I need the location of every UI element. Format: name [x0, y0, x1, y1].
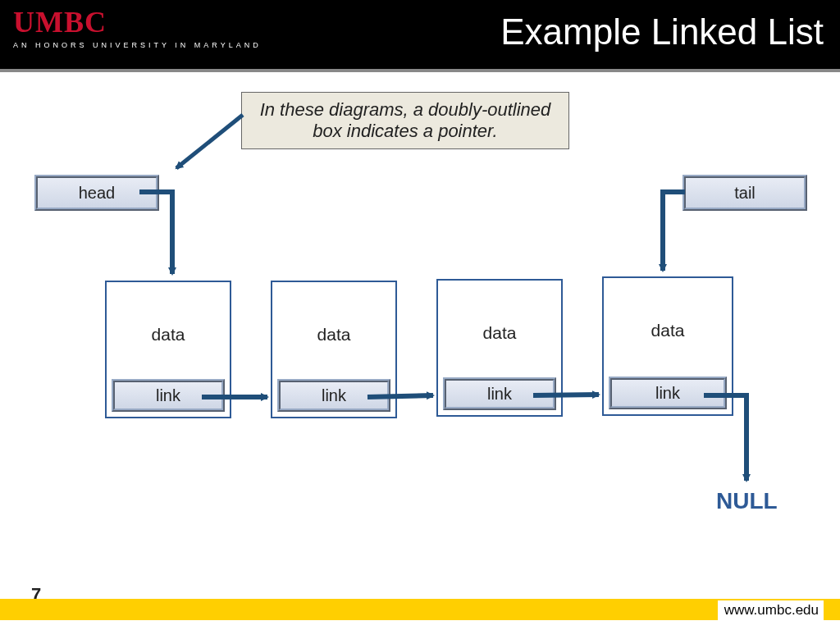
logo: UMBC AN HONORS UNIVERSITY IN MARYLAND	[13, 5, 262, 49]
node-1: data link	[271, 281, 397, 418]
slide-title: Example Linked List	[500, 11, 824, 52]
node-link-box: link	[112, 379, 225, 412]
slide-header: UMBC AN HONORS UNIVERSITY IN MARYLAND Ex…	[0, 0, 840, 69]
head-pointer-label: head	[79, 184, 116, 203]
header-divider	[0, 69, 840, 72]
node-link-box: link	[443, 377, 556, 410]
node-data-label: data	[272, 325, 395, 345]
node-data-label: data	[438, 323, 561, 343]
node-data-label: data	[604, 321, 732, 340]
node-link-label: link	[322, 386, 346, 405]
node-3: data link	[602, 276, 733, 416]
node-data-label: data	[107, 325, 230, 345]
callout-note: In these diagrams, a doubly-outlined box…	[241, 92, 569, 149]
footer-bar	[0, 599, 840, 620]
footer-url: www.umbc.edu	[718, 600, 824, 620]
logo-subtitle: AN HONORS UNIVERSITY IN MARYLAND	[13, 41, 262, 49]
node-link-box: link	[277, 379, 390, 412]
logo-text: UMBC	[13, 5, 262, 39]
node-2: data link	[436, 279, 563, 417]
tail-pointer-box: tail	[682, 175, 807, 211]
node-link-label: link	[156, 386, 180, 405]
svg-line-0	[176, 115, 243, 168]
null-label: NULL	[716, 488, 778, 514]
tail-pointer-label: tail	[734, 184, 756, 203]
node-link-label: link	[655, 384, 680, 403]
node-0: data link	[105, 281, 231, 418]
node-link-label: link	[487, 385, 512, 404]
head-pointer-box: head	[34, 175, 159, 211]
node-link-box: link	[609, 377, 727, 409]
